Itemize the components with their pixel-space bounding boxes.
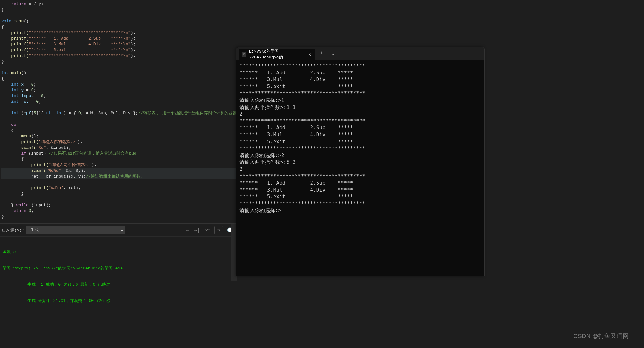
code-line[interactable]: int ret = 0; [1, 99, 236, 105]
code-line[interactable]: printf("请输入你的选择:>"); [1, 139, 236, 145]
next-message-icon[interactable]: →│ [193, 226, 201, 234]
code-line[interactable]: } [1, 191, 236, 197]
code-line[interactable]: printf("请输入两个操作数>:"); [1, 162, 236, 168]
terminal-window: ⧉ E:\VS\c的学习\x64\Debug\c的 ✕ + ⌄ ********… [236, 47, 485, 276]
build-output[interactable]: 函数.c 学习.vcxproj -> E:\VS\c的学习\x64\Debug\… [0, 237, 236, 316]
code-line[interactable]: } [1, 59, 236, 64]
code-line[interactable] [1, 64, 236, 70]
code-line-highlighted[interactable]: ret = pf[input](x, y);//通过数组来确认使用的函数。 [1, 174, 236, 179]
terminal-tab[interactable]: ⧉ E:\VS\c的学习\x64\Debug\c的 ✕ [239, 49, 315, 60]
code-line[interactable]: { [1, 24, 236, 30]
wrap-icon[interactable]: ⇆ [214, 226, 223, 234]
code-line[interactable]: return 0; [1, 208, 236, 214]
code-line[interactable]: printf("****** 5.exit *****\n"); [1, 47, 236, 53]
code-line[interactable]: do [1, 122, 236, 128]
code-line[interactable]: printf("%d\n", ret); [1, 185, 236, 191]
code-line[interactable]: } [1, 214, 236, 220]
new-tab-button[interactable]: + [317, 50, 327, 56]
code-line[interactable]: } [1, 7, 236, 13]
terminal-titlebar[interactable]: ⧉ E:\VS\c的学习\x64\Debug\c的 ✕ + ⌄ [236, 47, 484, 60]
code-line[interactable]: } while (input); [1, 202, 236, 208]
code-line[interactable]: scanf("%d%d", &x, &y); [1, 168, 236, 174]
terminal-output[interactable]: ****************************************… [236, 60, 484, 216]
output-source-select[interactable]: 生成 [26, 226, 125, 234]
output-line: ========= 生成: 1 成功，0 失败，0 最新，0 已跳过 = [3, 282, 233, 287]
watermark: CSDN @打鱼又晒网 [574, 332, 629, 340]
terminal-tab-title: E:\VS\c的学习\x64\Debug\c的 [249, 49, 304, 60]
code-line[interactable]: return x / y; [1, 1, 236, 7]
code-line[interactable]: printf("********************************… [1, 30, 236, 36]
code-line[interactable]: int input = 0; [1, 93, 236, 99]
code-line[interactable] [1, 105, 236, 110]
code-line[interactable] [1, 197, 236, 202]
code-line[interactable]: menu(); [1, 133, 236, 139]
code-line[interactable]: int x = 0; [1, 82, 236, 87]
code-line[interactable]: { [1, 76, 236, 82]
close-icon[interactable]: ✕ [307, 52, 312, 57]
code-line[interactable]: if (input) //如果不加if语句的话，输入零退出时会有bug [1, 151, 236, 156]
code-line[interactable] [1, 13, 236, 19]
code-line[interactable]: { [1, 128, 236, 133]
prev-message-icon[interactable]: │← [182, 226, 191, 234]
clear-icon[interactable]: ✕≡ [203, 226, 212, 234]
output-toolbar: 出来源(S): 生成 │← →│ ✕≡ ⇆ 🕒 [0, 224, 236, 237]
output-panel: 出来源(S): 生成 │← →│ ✕≡ ⇆ 🕒 函数.c 学习.vcxproj … [0, 223, 236, 281]
code-line[interactable] [1, 179, 236, 185]
code-line[interactable]: { [1, 156, 236, 162]
code-editor[interactable]: return x / y; } void menu() { printf("**… [0, 0, 236, 223]
code-line[interactable]: printf("****** 3.Mul 4.Div *****\n"); [1, 42, 236, 47]
code-line[interactable]: int main() [1, 70, 236, 76]
code-line[interactable] [1, 116, 236, 122]
code-line[interactable]: printf("********************************… [1, 53, 236, 59]
code-line[interactable]: int (*pf[5])(int, int) = { 0, Add, Sub, … [1, 110, 236, 116]
terminal-icon: ⧉ [242, 52, 246, 57]
code-line[interactable]: int y = 0; [1, 87, 236, 93]
output-line: ========= 生成 开始于 21:31，并花费了 00.726 秒 = [3, 298, 233, 304]
output-line: 学习.vcxproj -> E:\VS\c的学习\x64\Debug\c的学习.… [3, 266, 233, 271]
output-line: 函数.c [3, 249, 233, 255]
tab-dropdown-icon[interactable]: ⌄ [328, 50, 338, 57]
code-line[interactable]: printf("****** 1. Add 2.Sub *****\n"); [1, 36, 236, 42]
output-source-label: 出来源(S): [2, 227, 24, 233]
code-line[interactable]: void menu() [1, 19, 236, 24]
code-line[interactable]: scanf("%d", &input); [1, 145, 236, 151]
